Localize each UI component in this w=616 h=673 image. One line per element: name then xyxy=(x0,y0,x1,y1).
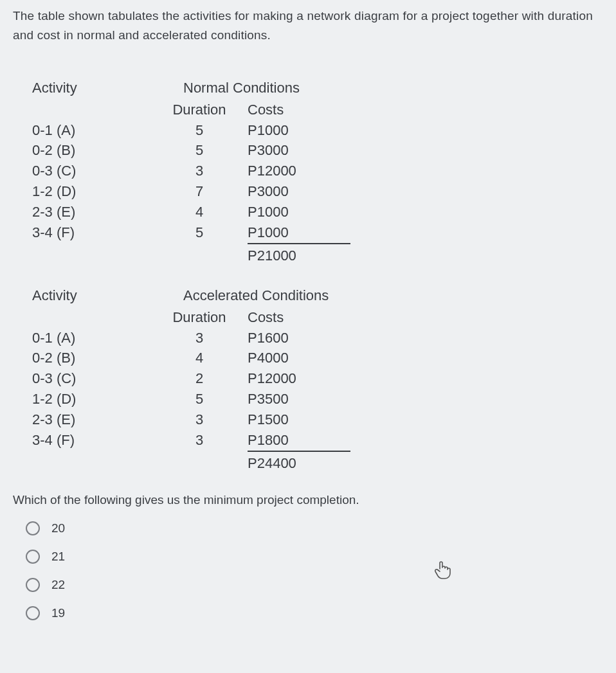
table-row: 3-4 (F) 3 P1800 xyxy=(32,430,603,451)
cost-cell: P3000 xyxy=(248,140,350,161)
table-row: 0-1 (A) 5 P1000 xyxy=(32,120,603,141)
header-costs: Costs xyxy=(248,307,350,328)
total-row: P24400 xyxy=(32,451,603,474)
duration-cell: 5 xyxy=(151,389,248,409)
hand-cursor-icon xyxy=(434,559,452,584)
answer-option-22[interactable]: 22 xyxy=(26,578,603,592)
header-duration: Duration xyxy=(151,100,248,120)
activity-cell: 3-4 (F) xyxy=(32,222,151,243)
table-row: 0-2 (B) 4 P4000 xyxy=(32,348,603,368)
question-text: Which of the following gives us the mini… xyxy=(13,493,603,507)
cost-cell: P3000 xyxy=(248,181,350,202)
table-row: 2-3 (E) 3 P1500 xyxy=(32,409,603,430)
table-row: 0-3 (C) 3 P12000 xyxy=(32,161,603,181)
answer-option-21[interactable]: 21 xyxy=(26,550,603,564)
cost-cell: P1600 xyxy=(248,328,350,348)
activity-cell: 2-3 (E) xyxy=(32,409,151,430)
option-label: 19 xyxy=(51,606,65,620)
table-row: 1-2 (D) 7 P3000 xyxy=(32,181,603,202)
activity-cell: 3-4 (F) xyxy=(32,430,151,451)
radio-icon xyxy=(26,550,40,564)
duration-cell: 5 xyxy=(151,222,248,243)
accelerated-conditions-table: Activity Accelerated Conditions Duration… xyxy=(32,285,603,474)
option-label: 20 xyxy=(51,521,65,535)
activity-cell: 1-2 (D) xyxy=(32,181,151,202)
cost-cell: P3500 xyxy=(248,389,350,409)
header-duration: Duration xyxy=(151,307,248,328)
activity-cell: 0-2 (B) xyxy=(32,140,151,161)
option-label: 22 xyxy=(51,578,65,592)
cost-cell: P1500 xyxy=(248,409,350,430)
cost-cell: P1000 xyxy=(248,120,350,141)
answer-option-19[interactable]: 19 xyxy=(26,606,603,620)
cost-cell: P1000 xyxy=(248,222,350,243)
table-row: 2-3 (E) 4 P1000 xyxy=(32,202,603,222)
activity-cell: 1-2 (D) xyxy=(32,389,151,409)
activity-cell: 0-3 (C) xyxy=(32,368,151,389)
duration-cell: 3 xyxy=(151,409,248,430)
activity-cell: 0-1 (A) xyxy=(32,328,151,348)
duration-cell: 4 xyxy=(151,202,248,222)
duration-cell: 3 xyxy=(151,328,248,348)
normal-conditions-table: Activity Normal Conditions Duration Cost… xyxy=(32,78,603,266)
table-row: 0-3 (C) 2 P12000 xyxy=(32,368,603,389)
duration-cell: 5 xyxy=(151,120,248,141)
table-row: 1-2 (D) 5 P3500 xyxy=(32,389,603,409)
duration-cell: 5 xyxy=(151,140,248,161)
answer-options: 20 21 22 19 xyxy=(26,521,603,620)
option-label: 21 xyxy=(51,550,65,564)
total-row: P21000 xyxy=(32,243,603,266)
intro-text: The table shown tabulates the activities… xyxy=(13,6,603,46)
radio-icon xyxy=(26,606,40,620)
table-row: 0-2 (B) 5 P3000 xyxy=(32,140,603,161)
cost-cell: P12000 xyxy=(248,161,350,181)
answer-option-20[interactable]: 20 xyxy=(26,521,603,535)
normal-conditions-title: Normal Conditions xyxy=(183,78,300,98)
radio-icon xyxy=(26,578,40,592)
activity-cell: 2-3 (E) xyxy=(32,202,151,222)
header-activity: Activity xyxy=(32,285,151,306)
header-costs: Costs xyxy=(248,100,350,120)
activity-cell: 0-3 (C) xyxy=(32,161,151,181)
duration-cell: 2 xyxy=(151,368,248,389)
radio-icon xyxy=(26,521,40,535)
total-cost: P21000 xyxy=(248,243,350,266)
cost-cell: P1000 xyxy=(248,202,350,222)
accelerated-conditions-title: Accelerated Conditions xyxy=(183,285,329,306)
cost-cell: P4000 xyxy=(248,348,350,368)
table-row: 0-1 (A) 3 P1600 xyxy=(32,328,603,348)
activity-cell: 0-2 (B) xyxy=(32,348,151,368)
activity-cell: 0-1 (A) xyxy=(32,120,151,141)
duration-cell: 7 xyxy=(151,181,248,202)
duration-cell: 4 xyxy=(151,348,248,368)
table-row: 3-4 (F) 5 P1000 xyxy=(32,222,603,243)
total-cost: P24400 xyxy=(248,451,350,474)
cost-cell: P1800 xyxy=(248,430,350,451)
header-activity: Activity xyxy=(32,78,151,98)
cost-cell: P12000 xyxy=(248,368,350,389)
duration-cell: 3 xyxy=(151,430,248,451)
duration-cell: 3 xyxy=(151,161,248,181)
